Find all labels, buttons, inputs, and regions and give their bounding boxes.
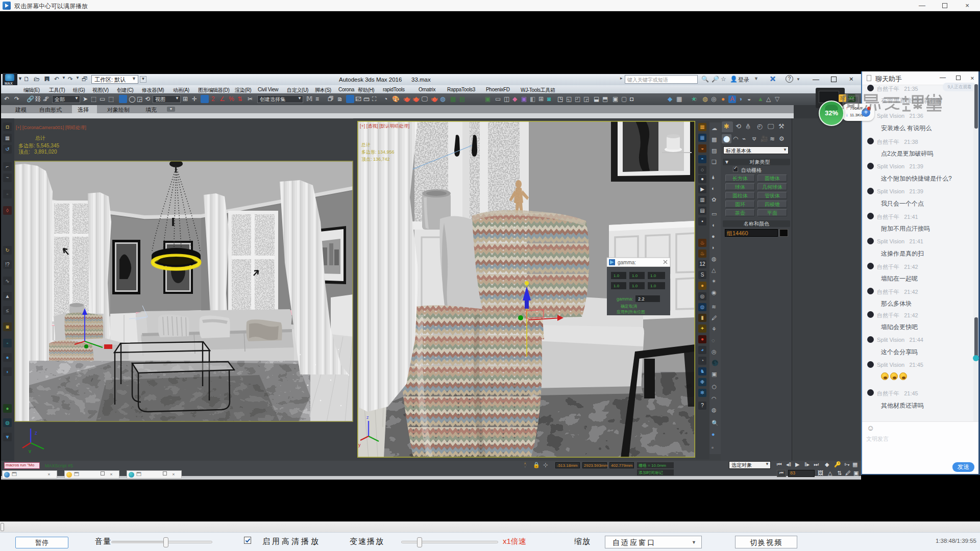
svg-text:2.2: 2.2 xyxy=(638,296,645,302)
svg-text:顶点: 136,742: 顶点: 136,742 xyxy=(361,157,390,162)
svg-text:[+] [透视] [默认明暗处理]: [+] [透视] [默认明暗处理] xyxy=(360,123,409,129)
svg-text:gamma:: gamma: xyxy=(617,296,633,302)
svg-text:z: z xyxy=(35,430,37,436)
svg-text:y: y xyxy=(358,442,361,447)
svg-text:1.0: 1.0 xyxy=(650,284,656,288)
svg-text:1.0: 1.0 xyxy=(632,273,638,278)
svg-text:1.0: 1.0 xyxy=(632,284,638,288)
svg-text:应用到所有位图: 应用到所有位图 xyxy=(617,310,645,314)
svg-text:z: z xyxy=(366,415,369,420)
svg-text:1.0: 1.0 xyxy=(614,273,620,278)
svg-text:y: y xyxy=(29,448,31,453)
svg-text:1.0: 1.0 xyxy=(650,273,656,278)
svg-text:多边形: 134,956: 多边形: 134,956 xyxy=(361,149,395,155)
svg-text:确定取消: 确定取消 xyxy=(620,304,637,309)
svg-text:1.0: 1.0 xyxy=(614,284,620,288)
svg-text:总计: 总计 xyxy=(361,142,371,147)
svg-text:gamma:: gamma: xyxy=(618,260,636,265)
